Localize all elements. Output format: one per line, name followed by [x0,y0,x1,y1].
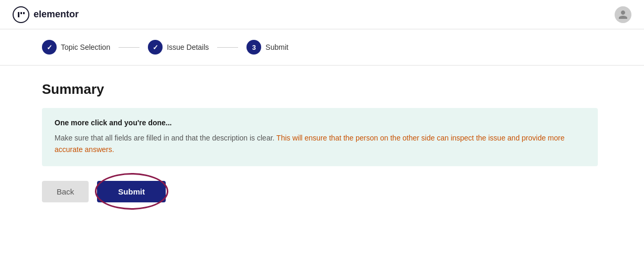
checkmark-icon: ✓ [47,44,52,51]
step-submit: 3 Submit [246,40,288,55]
info-box-title: One more click and you're done... [55,118,585,127]
step-circle-3: 3 [246,40,261,55]
page-title: Summary [42,81,602,98]
logo: elementor [13,6,79,23]
logo-text: elementor [34,9,79,20]
step-label-3: Submit [265,43,288,51]
logo-icon [13,6,29,23]
main-content: Summary One more click and you're done..… [0,66,644,218]
button-row: Back Submit [42,181,602,202]
step-divider-1 [119,47,139,48]
back-button[interactable]: Back [42,181,89,202]
step-topic-selection: ✓ Topic Selection [42,40,110,55]
step-label-2: Issue Details [167,43,209,51]
submit-wrapper: Submit [97,181,166,202]
app-header: elementor [0,0,644,29]
svg-rect-1 [20,12,22,14]
svg-rect-2 [23,12,25,14]
step-issue-details: ✓ Issue Details [148,40,209,55]
step-circle-1: ✓ [42,40,57,55]
stepper: ✓ Topic Selection ✓ Issue Details 3 Subm… [0,29,644,66]
info-text-normal: Make sure that all fields are filled in … [55,134,274,142]
info-box-text: Make sure that all fields are filled in … [55,132,585,156]
step-circle-2: ✓ [148,40,163,55]
step-divider-2 [217,47,238,48]
submit-button[interactable]: Submit [97,181,166,202]
checkmark-icon-2: ✓ [153,44,158,51]
svg-rect-0 [18,12,19,17]
avatar [615,6,631,23]
step-label-1: Topic Selection [61,43,110,51]
info-box: One more click and you're done... Make s… [42,108,598,166]
